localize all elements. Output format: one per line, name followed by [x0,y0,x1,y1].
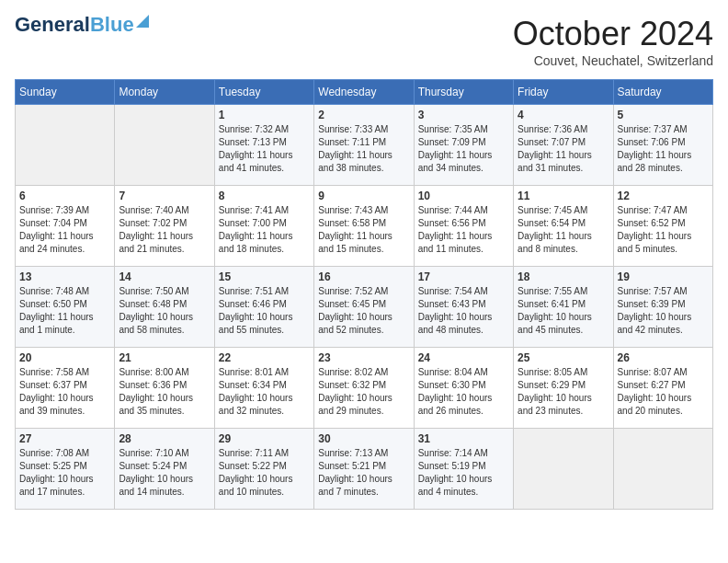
day-info: Sunrise: 7:44 AM Sunset: 6:56 PM Dayligh… [418,204,509,256]
calendar-day-cell: 11Sunrise: 7:45 AM Sunset: 6:54 PM Dayli… [514,186,613,267]
day-info: Sunrise: 7:10 AM Sunset: 5:24 PM Dayligh… [119,447,210,499]
calendar-day-cell: 2Sunrise: 7:33 AM Sunset: 7:11 PM Daylig… [314,105,414,186]
calendar-day-cell: 15Sunrise: 7:51 AM Sunset: 6:46 PM Dayli… [214,267,313,348]
calendar-day-cell: 8Sunrise: 7:41 AM Sunset: 7:00 PM Daylig… [214,186,313,267]
day-number: 4 [518,109,609,121]
weekday-header-monday: Monday [115,80,214,105]
day-info: Sunrise: 7:40 AM Sunset: 7:02 PM Dayligh… [119,204,210,256]
day-number: 23 [318,351,409,364]
day-number: 11 [518,190,609,202]
weekday-header-row: SundayMondayTuesdayWednesdayThursdayFrid… [16,80,713,105]
day-number: 17 [418,270,509,283]
day-number: 13 [19,270,110,283]
day-number: 8 [219,190,310,202]
calendar-day-cell: 13Sunrise: 7:48 AM Sunset: 6:50 PM Dayli… [16,267,115,348]
calendar-day-cell [115,105,214,186]
page-header: General Blue October 2024 Couvet, Neucha… [15,15,713,68]
calendar-day-cell: 18Sunrise: 7:55 AM Sunset: 6:41 PM Dayli… [514,267,613,348]
calendar-day-cell: 30Sunrise: 7:13 AM Sunset: 5:21 PM Dayli… [314,429,414,510]
calendar-day-cell: 9Sunrise: 7:43 AM Sunset: 6:58 PM Daylig… [314,186,414,267]
day-info: Sunrise: 8:02 AM Sunset: 6:32 PM Dayligh… [318,366,409,418]
day-info: Sunrise: 7:37 AM Sunset: 7:06 PM Dayligh… [618,123,709,175]
weekday-header-wednesday: Wednesday [314,80,414,105]
day-number: 24 [418,351,509,364]
calendar-day-cell: 21Sunrise: 8:00 AM Sunset: 6:36 PM Dayli… [115,348,214,429]
day-info: Sunrise: 7:13 AM Sunset: 5:21 PM Dayligh… [318,447,409,499]
day-info: Sunrise: 7:55 AM Sunset: 6:41 PM Dayligh… [518,285,609,337]
day-number: 7 [119,190,210,202]
calendar-week-row: 1Sunrise: 7:32 AM Sunset: 7:13 PM Daylig… [16,105,713,186]
day-info: Sunrise: 7:32 AM Sunset: 7:13 PM Dayligh… [219,123,310,175]
day-number: 5 [618,109,709,121]
day-number: 20 [19,351,110,364]
day-number: 28 [119,432,210,445]
day-number: 16 [318,270,409,283]
day-info: Sunrise: 7:36 AM Sunset: 7:07 PM Dayligh… [518,123,609,175]
logo: General Blue [15,15,149,35]
calendar-day-cell: 22Sunrise: 8:01 AM Sunset: 6:34 PM Dayli… [214,348,313,429]
calendar-day-cell: 12Sunrise: 7:47 AM Sunset: 6:52 PM Dayli… [613,186,712,267]
day-number: 22 [219,351,310,364]
day-number: 1 [219,109,310,121]
weekday-header-saturday: Saturday [613,80,712,105]
day-info: Sunrise: 7:51 AM Sunset: 6:46 PM Dayligh… [219,285,310,337]
logo-blue: Blue [90,15,134,35]
day-info: Sunrise: 7:54 AM Sunset: 6:43 PM Dayligh… [418,285,509,337]
logo-triangle-icon [136,15,149,31]
day-info: Sunrise: 7:52 AM Sunset: 6:45 PM Dayligh… [318,285,409,337]
day-number: 12 [618,190,709,202]
calendar-week-row: 6Sunrise: 7:39 AM Sunset: 7:04 PM Daylig… [16,186,713,267]
day-info: Sunrise: 7:39 AM Sunset: 7:04 PM Dayligh… [19,204,110,256]
calendar-week-row: 20Sunrise: 7:58 AM Sunset: 6:37 PM Dayli… [16,348,713,429]
calendar-day-cell [613,429,712,510]
day-info: Sunrise: 7:35 AM Sunset: 7:09 PM Dayligh… [418,123,509,175]
calendar-day-cell: 19Sunrise: 7:57 AM Sunset: 6:39 PM Dayli… [613,267,712,348]
day-info: Sunrise: 7:57 AM Sunset: 6:39 PM Dayligh… [618,285,709,337]
day-number: 19 [618,270,709,283]
location-subtitle: Couvet, Neuchatel, Switzerland [513,53,713,68]
day-info: Sunrise: 7:33 AM Sunset: 7:11 PM Dayligh… [318,123,409,175]
calendar-week-row: 27Sunrise: 7:08 AM Sunset: 5:25 PM Dayli… [16,429,713,510]
day-number: 14 [119,270,210,283]
day-info: Sunrise: 7:08 AM Sunset: 5:25 PM Dayligh… [19,447,110,499]
month-title: October 2024 [513,15,713,53]
svg-marker-0 [136,15,149,28]
calendar-week-row: 13Sunrise: 7:48 AM Sunset: 6:50 PM Dayli… [16,267,713,348]
calendar-day-cell: 7Sunrise: 7:40 AM Sunset: 7:02 PM Daylig… [115,186,214,267]
calendar-day-cell: 1Sunrise: 7:32 AM Sunset: 7:13 PM Daylig… [214,105,313,186]
calendar-day-cell: 4Sunrise: 7:36 AM Sunset: 7:07 PM Daylig… [514,105,613,186]
title-block: October 2024 Couvet, Neuchatel, Switzerl… [513,15,713,68]
day-info: Sunrise: 7:47 AM Sunset: 6:52 PM Dayligh… [618,204,709,256]
calendar-day-cell: 14Sunrise: 7:50 AM Sunset: 6:48 PM Dayli… [115,267,214,348]
calendar-day-cell: 23Sunrise: 8:02 AM Sunset: 6:32 PM Dayli… [314,348,414,429]
weekday-header-tuesday: Tuesday [214,80,313,105]
calendar-day-cell: 6Sunrise: 7:39 AM Sunset: 7:04 PM Daylig… [16,186,115,267]
calendar-day-cell: 31Sunrise: 7:14 AM Sunset: 5:19 PM Dayli… [414,429,513,510]
day-info: Sunrise: 8:01 AM Sunset: 6:34 PM Dayligh… [219,366,310,418]
calendar-day-cell: 28Sunrise: 7:10 AM Sunset: 5:24 PM Dayli… [115,429,214,510]
day-info: Sunrise: 7:14 AM Sunset: 5:19 PM Dayligh… [418,447,509,499]
day-number: 26 [618,351,709,364]
calendar-day-cell: 20Sunrise: 7:58 AM Sunset: 6:37 PM Dayli… [16,348,115,429]
day-number: 9 [318,190,409,202]
day-number: 15 [219,270,310,283]
day-info: Sunrise: 7:43 AM Sunset: 6:58 PM Dayligh… [318,204,409,256]
calendar-day-cell: 24Sunrise: 8:04 AM Sunset: 6:30 PM Dayli… [414,348,513,429]
day-number: 18 [518,270,609,283]
weekday-header-thursday: Thursday [414,80,513,105]
calendar-day-cell: 27Sunrise: 7:08 AM Sunset: 5:25 PM Dayli… [16,429,115,510]
day-info: Sunrise: 7:50 AM Sunset: 6:48 PM Dayligh… [119,285,210,337]
calendar-day-cell: 26Sunrise: 8:07 AM Sunset: 6:27 PM Dayli… [613,348,712,429]
calendar-day-cell [16,105,115,186]
calendar-day-cell: 29Sunrise: 7:11 AM Sunset: 5:22 PM Dayli… [214,429,313,510]
day-number: 21 [119,351,210,364]
calendar-day-cell: 5Sunrise: 7:37 AM Sunset: 7:06 PM Daylig… [613,105,712,186]
day-info: Sunrise: 8:00 AM Sunset: 6:36 PM Dayligh… [119,366,210,418]
calendar-day-cell: 3Sunrise: 7:35 AM Sunset: 7:09 PM Daylig… [414,105,513,186]
day-info: Sunrise: 8:07 AM Sunset: 6:27 PM Dayligh… [618,366,709,418]
day-number: 2 [318,109,409,121]
day-info: Sunrise: 7:48 AM Sunset: 6:50 PM Dayligh… [19,285,110,337]
calendar-day-cell: 17Sunrise: 7:54 AM Sunset: 6:43 PM Dayli… [414,267,513,348]
day-number: 25 [518,351,609,364]
calendar-day-cell [514,429,613,510]
